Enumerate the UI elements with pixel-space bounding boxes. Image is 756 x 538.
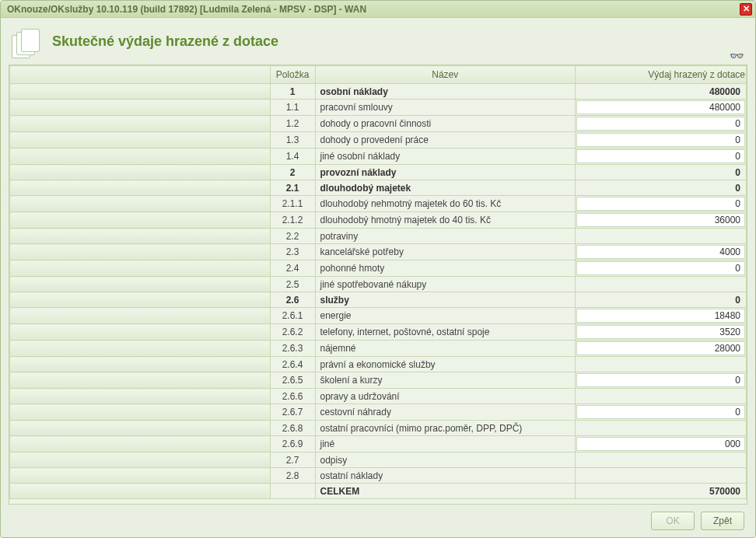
row-gutter — [10, 404, 271, 421]
item-name-cell: služby — [315, 292, 576, 308]
item-value-cell[interactable] — [576, 100, 747, 116]
item-name-cell: pohonné hmoty — [315, 260, 576, 277]
value-input[interactable] — [576, 133, 745, 147]
header-item-number[interactable]: Položka — [270, 66, 315, 84]
app-window: OKnouze/OKslužby 10.10.119 (build 17892)… — [0, 0, 756, 538]
value-input[interactable] — [576, 149, 745, 163]
item-value-cell[interactable] — [576, 324, 747, 341]
item-value-cell[interactable] — [576, 212, 747, 229]
item-value-cell[interactable] — [576, 341, 747, 357]
item-name-cell: cestovní náhrady — [315, 404, 576, 421]
footer: OK Zpět — [1, 505, 755, 537]
item-value-cell[interactable] — [576, 196, 747, 212]
value-input[interactable] — [576, 325, 745, 339]
value-text: 570000 — [576, 486, 745, 497]
table-row: 2.1dlouhodobý majetek0 — [10, 180, 747, 196]
item-number-cell: 2.6.4 — [270, 357, 315, 372]
item-value-cell[interactable] — [576, 148, 747, 165]
row-gutter — [10, 277, 271, 292]
value-input[interactable] — [576, 245, 745, 259]
item-number-cell: 2 — [270, 165, 315, 180]
item-number-cell: 2.3 — [270, 244, 315, 260]
item-value-cell — [576, 452, 747, 468]
table-row: 1.4jiné osobní náklady — [10, 148, 747, 165]
header-rowgutter — [10, 66, 271, 84]
header-name[interactable]: Název — [315, 66, 576, 84]
item-value-cell[interactable] — [576, 260, 747, 277]
item-number-cell — [270, 484, 315, 499]
ok-button[interactable]: OK — [651, 512, 695, 530]
value-input[interactable] — [576, 309, 745, 323]
table-row: 2.2potraviny — [10, 229, 747, 244]
item-number-cell: 2.6.3 — [270, 341, 315, 357]
table-row: 2.6.3nájemné — [10, 341, 747, 357]
item-name-cell: CELKEM — [315, 484, 576, 499]
value-input[interactable] — [576, 117, 745, 131]
help-icon[interactable]: 👓 — [730, 49, 744, 63]
value-text: 0 — [576, 167, 745, 178]
item-number-cell: 2.6.8 — [270, 421, 315, 436]
item-value-cell[interactable] — [576, 372, 747, 389]
item-name-cell: dohody o provedení práce — [315, 132, 576, 148]
row-gutter — [10, 212, 271, 229]
item-name-cell: opravy a udržování — [315, 389, 576, 404]
item-value-cell: 0 — [576, 165, 747, 180]
item-name-cell: dohody o pracovní činnosti — [315, 116, 576, 132]
item-number-cell: 2.5 — [270, 277, 315, 292]
item-number-cell: 2.6 — [270, 292, 315, 308]
value-input[interactable] — [576, 341, 745, 355]
item-value-cell[interactable] — [576, 132, 747, 148]
item-number-cell: 1 — [270, 84, 315, 100]
value-input[interactable] — [576, 261, 745, 275]
item-name-cell: dlouhodobý hmotný majetek do 40 tis. Kč — [315, 212, 576, 229]
row-gutter — [10, 148, 271, 165]
value-input[interactable] — [576, 197, 745, 211]
back-button[interactable]: Zpět — [701, 512, 744, 530]
item-name-cell: jiné osobní náklady — [315, 148, 576, 165]
value-input[interactable] — [576, 213, 745, 227]
item-name-cell: energie — [315, 308, 576, 324]
row-gutter — [10, 260, 271, 277]
table-row: 2.6.5školení a kurzy — [10, 372, 747, 389]
row-gutter — [10, 116, 271, 132]
item-value-cell[interactable] — [576, 244, 747, 260]
value-input[interactable] — [576, 405, 745, 419]
item-value-cell: 480000 — [576, 84, 747, 100]
item-name-cell: ostatní náklady — [315, 468, 576, 484]
table-row: 2.8ostatní náklady — [10, 468, 747, 484]
item-number-cell: 2.8 — [270, 468, 315, 484]
item-name-cell: potraviny — [315, 229, 576, 244]
row-gutter — [10, 229, 271, 244]
item-value-cell — [576, 468, 747, 484]
item-value-cell[interactable] — [576, 436, 747, 452]
row-gutter — [10, 389, 271, 404]
expenses-table: Položka Název Výdaj hrazený z dotace 1os… — [9, 65, 747, 499]
documents-icon — [12, 29, 43, 60]
table-row: 2.6.7cestovní náhrady — [10, 404, 747, 421]
value-input[interactable] — [576, 100, 745, 114]
value-input[interactable] — [576, 437, 745, 451]
table-row: 2.4pohonné hmoty — [10, 260, 747, 277]
row-gutter — [10, 341, 271, 357]
item-value-cell[interactable] — [576, 308, 747, 324]
header-value[interactable]: Výdaj hrazený z dotace — [576, 66, 747, 84]
item-value-cell[interactable] — [576, 116, 747, 132]
table-row: 2.5jiné spotřebované nákupy — [10, 277, 747, 292]
table-row: 1.3dohody o provedení práce — [10, 132, 747, 148]
item-value-cell: 0 — [576, 292, 747, 308]
table-row: 2.1.2dlouhodobý hmotný majetek do 40 tis… — [10, 212, 747, 229]
table-row: 2.6.9jiné — [10, 436, 747, 452]
item-name-cell: osobní náklady — [315, 84, 576, 100]
item-number-cell: 2.6.5 — [270, 372, 315, 389]
value-input[interactable] — [576, 373, 745, 387]
row-gutter — [10, 308, 271, 324]
item-name-cell: jiné spotřebované nákupy — [315, 277, 576, 292]
item-name-cell: školení a kurzy — [315, 372, 576, 389]
row-gutter — [10, 292, 271, 308]
item-value-cell[interactable] — [576, 404, 747, 421]
titlebar: OKnouze/OKslužby 10.10.119 (build 17892)… — [1, 1, 755, 18]
close-icon[interactable]: ✕ — [740, 3, 752, 16]
table-row: 2provozní náklady0 — [10, 165, 747, 180]
row-gutter — [10, 468, 271, 484]
item-value-cell: 570000 — [576, 484, 747, 499]
